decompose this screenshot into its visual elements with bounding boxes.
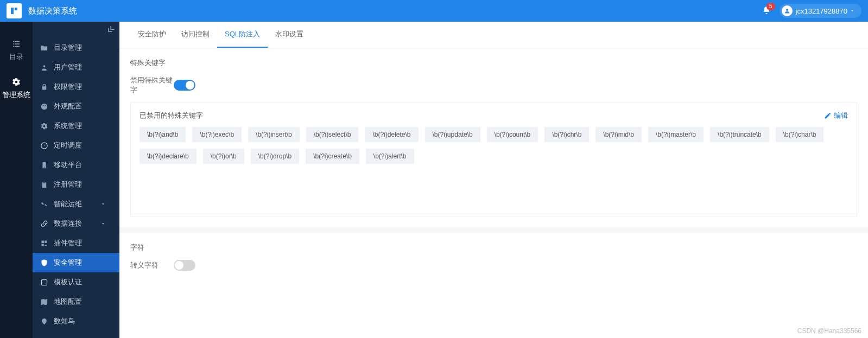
- gear-icon: [40, 122, 48, 130]
- svg-point-2: [786, 9, 788, 11]
- rail-item-admin[interactable]: 管理系统: [0, 69, 33, 107]
- tools-icon: [40, 200, 48, 208]
- sidebar-item-label: 外观配置: [54, 101, 82, 111]
- sidebar-item-3[interactable]: 外观配置: [33, 97, 119, 116]
- user-icon: [40, 63, 48, 72]
- sidebar-item-4[interactable]: 系统管理: [33, 116, 119, 136]
- sidebar-item-label: 插件管理: [54, 238, 82, 248]
- tab-bar: 安全防护访问控制SQL防注入水印设置: [119, 22, 868, 48]
- sidebar-item-6[interactable]: 移动平台: [33, 155, 119, 175]
- username-label: jcx13217928870: [796, 7, 847, 15]
- sidebar-item-label: 模板认证: [54, 277, 82, 287]
- sidebar-item-label: 目录管理: [54, 43, 82, 53]
- map-icon: [40, 298, 48, 306]
- chevron-down-icon: [100, 220, 106, 227]
- sidebar-item-10[interactable]: 插件管理: [33, 233, 119, 253]
- keyword-tag: \b(?i)or\b: [203, 149, 244, 164]
- section-divider: [119, 227, 868, 233]
- panel-title: 已禁用的特殊关键字: [140, 111, 203, 120]
- sidebar-item-7[interactable]: 注册管理: [33, 175, 119, 194]
- keyword-tag: \b(?i)chr\b: [544, 127, 589, 142]
- svg-rect-1: [15, 8, 17, 10]
- sidebar-item-label: 地图配置: [54, 297, 82, 307]
- svg-rect-10: [42, 279, 47, 285]
- keyword-tag: \b(?i)truncate\b: [710, 127, 769, 142]
- lock-icon: [40, 83, 48, 91]
- rail-item-label: 目录: [9, 52, 23, 62]
- svg-point-4: [41, 103, 47, 109]
- escape-chars-toggle[interactable]: [174, 260, 195, 271]
- sidebar-item-label: 注册管理: [54, 180, 82, 189]
- section-keywords: 特殊关键字 禁用特殊关键字: [119, 48, 868, 103]
- notification-badge: 5: [766, 3, 775, 10]
- svg-rect-0: [11, 8, 14, 14]
- keyword-tag: \b(?i)mid\b: [595, 127, 642, 142]
- chevron-down-icon: [100, 201, 106, 207]
- sidebar-item-14[interactable]: 数知鸟: [33, 311, 119, 331]
- svg-point-9: [44, 167, 45, 167]
- sidebar-item-11[interactable]: 安全管理: [33, 253, 119, 272]
- svg-point-5: [43, 105, 44, 106]
- keyword-tag: \b(?i)declare\b: [140, 149, 197, 164]
- sidebar-item-5[interactable]: 定时调度: [33, 136, 119, 155]
- keyword-tag: \b(?i)select\b: [306, 127, 359, 142]
- sidebar-item-8[interactable]: 智能运维: [33, 194, 119, 214]
- user-menu[interactable]: jcx13217928870: [780, 4, 861, 18]
- rail-item-label: 管理系统: [2, 90, 30, 100]
- clipboard-icon: [40, 181, 48, 189]
- tab-3[interactable]: 水印设置: [268, 22, 311, 48]
- tab-0[interactable]: 安全防护: [130, 22, 174, 48]
- keyword-tag: \b(?i)insert\b: [248, 127, 300, 142]
- folder-icon: [40, 44, 48, 52]
- app-title: 数据决策系统: [28, 6, 77, 16]
- nav-rail: 目录 管理系统: [0, 22, 33, 338]
- toggle-label: 转义字符: [130, 260, 174, 270]
- palette-icon: [40, 103, 48, 111]
- keyword-tag-list: \b(?i)and\b\b(?i)exec\b\b(?i)insert\b\b(…: [140, 127, 848, 164]
- content-area: 安全防护访问控制SQL防注入水印设置 特殊关键字 禁用特殊关键字 已禁用的特殊关…: [119, 22, 868, 338]
- sidebar: 目录管理用户管理权限管理外观配置系统管理定时调度移动平台注册管理智能运维数据连接…: [33, 22, 119, 338]
- keyword-tag: \b(?i)alert\b: [366, 149, 414, 164]
- app-logo: [7, 3, 22, 18]
- notification-bell[interactable]: 5: [762, 6, 771, 16]
- sidebar-collapse-button[interactable]: [107, 26, 115, 35]
- keyword-tag: \b(?i)create\b: [306, 149, 359, 164]
- keyword-tag: \b(?i)char\b: [776, 127, 824, 142]
- keyword-tag: \b(?i)and\b: [140, 127, 186, 142]
- shield-icon: [40, 259, 48, 267]
- sidebar-item-1[interactable]: 用户管理: [33, 58, 119, 77]
- bird-icon: [40, 317, 48, 326]
- keyword-tag: \b(?i)master\b: [648, 127, 704, 142]
- edit-label: 编辑: [834, 111, 848, 120]
- template-icon: [40, 278, 48, 286]
- svg-point-6: [45, 105, 46, 106]
- sidebar-item-label: 移动平台: [54, 160, 82, 170]
- keyword-tag: \b(?i)exec\b: [192, 127, 242, 142]
- disable-keywords-toggle[interactable]: [174, 80, 195, 91]
- sidebar-item-label: 用户管理: [54, 62, 82, 72]
- sidebar-item-label: 系统管理: [54, 121, 82, 131]
- section-title: 特殊关键字: [130, 58, 857, 68]
- section-chars: 字符 转义字符: [119, 233, 868, 278]
- disabled-keywords-panel: 已禁用的特殊关键字 编辑 \b(?i)and\b\b(?i)exec\b\b(?…: [130, 103, 857, 216]
- sidebar-item-label: 智能运维: [54, 199, 82, 209]
- sidebar-item-label: 安全管理: [54, 258, 82, 267]
- keyword-tag: \b(?i)update\b: [425, 127, 480, 142]
- rail-item-catalog[interactable]: 目录: [0, 31, 33, 69]
- tab-1[interactable]: 访问控制: [174, 22, 217, 48]
- topbar: 数据决策系统 5 jcx13217928870: [0, 0, 868, 22]
- edit-button[interactable]: 编辑: [824, 111, 848, 120]
- sidebar-item-12[interactable]: 模板认证: [33, 272, 119, 292]
- mobile-icon: [40, 161, 48, 169]
- sidebar-item-label: 定时调度: [54, 141, 82, 150]
- sidebar-item-13[interactable]: 地图配置: [33, 292, 119, 311]
- sidebar-item-label: 数知鸟: [54, 316, 75, 326]
- sidebar-item-2[interactable]: 权限管理: [33, 77, 119, 97]
- tab-2[interactable]: SQL防注入: [217, 22, 268, 48]
- section-title: 字符: [130, 243, 857, 252]
- keyword-tag: \b(?i)drop\b: [251, 149, 299, 164]
- sidebar-item-9[interactable]: 数据连接: [33, 214, 119, 233]
- clock-icon: [40, 142, 48, 150]
- sidebar-item-0[interactable]: 目录管理: [33, 38, 119, 58]
- chevron-down-icon: [850, 8, 855, 14]
